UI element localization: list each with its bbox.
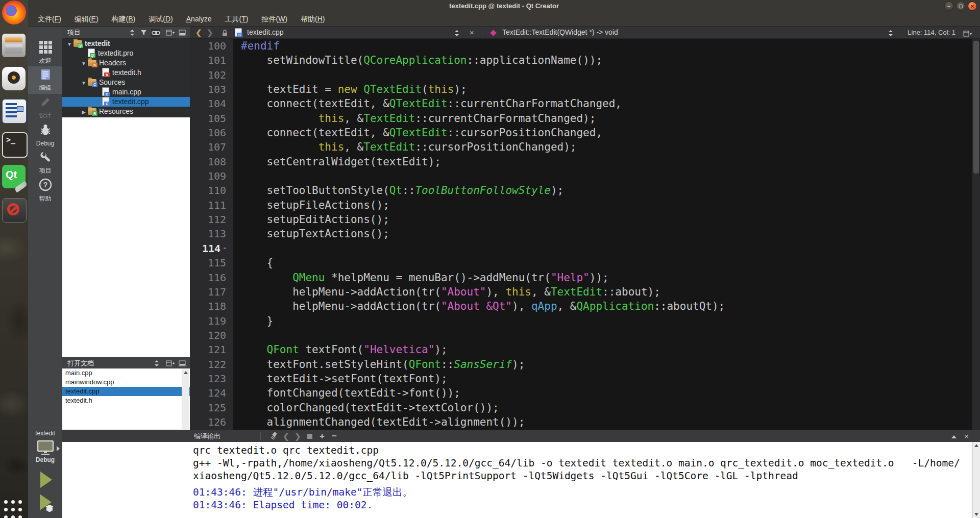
output-line: g++ -Wl,-rpath,/home/xiaosheng/Qt5.12.0/… xyxy=(62,457,980,470)
tree-item-Sources[interactable]: ▼CSources xyxy=(62,78,190,87)
line-number: 122 xyxy=(190,357,233,372)
previous-item-icon[interactable]: ❮ xyxy=(283,430,289,442)
line-number: 117 xyxy=(190,285,233,299)
split-panel-icon[interactable] xyxy=(165,359,175,367)
kit-selector-monitor-icon[interactable] xyxy=(36,440,55,457)
code-line-117: helpMenu->addAction(tr("About"), this, &… xyxy=(233,285,972,299)
next-item-icon[interactable]: ❯ xyxy=(295,430,301,442)
split-panel-icon[interactable] xyxy=(165,29,175,37)
scroll-up-icon[interactable] xyxy=(184,371,188,374)
code-line-115: { xyxy=(233,256,972,270)
code-line-113: setupTextActions(); xyxy=(233,227,972,241)
stop-icon[interactable] xyxy=(307,434,312,439)
minimize-button[interactable]: − xyxy=(944,2,953,11)
project-tree-empty-area xyxy=(62,117,190,357)
expand-arrow-icon[interactable]: ▼ xyxy=(80,78,88,88)
scrollbar[interactable] xyxy=(972,442,980,518)
mode-item-label: 项目 xyxy=(39,166,52,175)
qt-creator-icon[interactable] xyxy=(2,165,26,188)
back-icon[interactable]: ❮ xyxy=(195,27,202,38)
kit-expand-arrow-icon[interactable] xyxy=(57,446,60,451)
open-document-textedit.cpp[interactable]: textedit.cpp xyxy=(62,387,190,396)
mode-item-bug[interactable]: Debug xyxy=(28,121,62,149)
open-file-name[interactable]: textedit.cpp xyxy=(247,27,284,38)
firefox-icon[interactable] xyxy=(2,1,26,24)
compile-output-body[interactable]: qrc_textedit.o qrc_textedit.cppg++ -Wl,-… xyxy=(62,442,980,518)
tree-item-textedit[interactable]: ▼Qttextedit xyxy=(62,39,190,48)
current-symbol[interactable]: TextEdit::TextEdit(QWidget *) -> void xyxy=(502,27,618,38)
run-button[interactable] xyxy=(37,470,54,492)
scroll-down-icon[interactable] xyxy=(974,513,978,516)
scrollbar[interactable] xyxy=(972,39,980,430)
code-editor[interactable]: 1001011021031041051061071081091101111121… xyxy=(190,39,980,430)
open-document-mainwindow.cpp[interactable]: mainwindow.cpp xyxy=(62,378,190,387)
collapse-arrow-icon[interactable]: ▶ xyxy=(80,107,88,117)
code-line-114 xyxy=(233,241,972,256)
menu-item-5[interactable]: 工具(T) xyxy=(218,12,255,26)
output-line xyxy=(62,482,980,486)
filter-icon[interactable] xyxy=(139,29,148,37)
menu-item-7[interactable]: 帮助(H) xyxy=(294,12,331,26)
tree-item-textedit.cpp[interactable]: Ctextedit.cpp xyxy=(62,97,190,107)
sort-icon[interactable] xyxy=(152,359,161,367)
tree-item-label: textedit xyxy=(85,39,110,47)
code-area[interactable]: #endif setWindowTitle(QCoreApplication::… xyxy=(233,39,972,430)
zoom-in-icon[interactable]: + xyxy=(320,430,325,442)
scroll-up-icon[interactable] xyxy=(974,444,978,447)
title-bar[interactable]: textedit.cpp @ textedit - Qt Creator − ▢… xyxy=(28,0,980,12)
mode-item-help[interactable]: ?帮助 xyxy=(28,177,62,204)
menu-item-3[interactable]: 调试(D) xyxy=(142,12,179,26)
maximize-pane-icon[interactable] xyxy=(951,435,957,438)
code-line-123: textEdit->setFont(textFont); xyxy=(233,372,972,386)
debug-run-button[interactable] xyxy=(36,492,55,515)
maximize-button[interactable]: ▢ xyxy=(956,2,965,11)
music-player-icon[interactable] xyxy=(2,67,26,90)
zoom-out-icon[interactable]: − xyxy=(332,430,337,442)
tree-item-label: Headers xyxy=(99,59,126,67)
blocked-app-icon[interactable] xyxy=(2,198,27,223)
menu-item-1[interactable]: 编辑(E) xyxy=(68,12,105,26)
open-document-textedit.h[interactable]: textedit.h xyxy=(62,396,190,405)
sync-with-editor-icon[interactable] xyxy=(151,29,160,37)
sort-icon[interactable] xyxy=(128,29,137,37)
menu-item-6[interactable]: 控件(W) xyxy=(255,12,294,26)
show-applications-icon[interactable] xyxy=(4,500,24,518)
line-number: 120 xyxy=(190,328,233,342)
close-panel-icon[interactable] xyxy=(178,359,187,367)
tree-item-textedit.h[interactable]: htextedit.h xyxy=(62,68,190,78)
divider xyxy=(31,428,59,428)
mode-item-grid[interactable]: 欢迎 xyxy=(28,39,62,66)
close-button[interactable]: × xyxy=(968,2,977,11)
menu-item-4[interactable]: Analyze xyxy=(180,12,218,26)
expand-arrow-icon[interactable]: ▼ xyxy=(65,39,74,49)
file-cabinet-icon[interactable] xyxy=(2,34,26,57)
line-number: 104 xyxy=(190,96,233,111)
terminal-icon[interactable] xyxy=(2,132,28,158)
forward-icon[interactable]: ❯ xyxy=(207,27,213,38)
close-document-icon[interactable]: × xyxy=(470,27,474,38)
mode-item-wrench[interactable]: 项目 xyxy=(28,149,62,177)
tree-item-main.cpp[interactable]: Cmain.cpp xyxy=(62,87,190,97)
tree-item-Headers[interactable]: ▼hHeaders xyxy=(62,58,190,68)
menu-item-2[interactable]: 构建(B) xyxy=(105,12,142,26)
mode-item-pencil[interactable]: 设计 xyxy=(28,94,62,121)
cpp-file-icon: C xyxy=(235,27,242,39)
tree-item-Resources[interactable]: ▶RResources xyxy=(62,107,190,116)
code-line-103: textEdit = new QTextEdit(this); xyxy=(233,82,972,96)
expand-arrow-icon[interactable]: ▼ xyxy=(80,59,88,68)
build-button[interactable] xyxy=(35,513,53,518)
close-pane-icon[interactable]: × xyxy=(964,430,969,442)
open-document-main.cpp[interactable]: main.cpp xyxy=(62,368,190,378)
scrollbar-thumb[interactable] xyxy=(973,41,979,174)
line-number: 112 xyxy=(190,212,233,227)
libreoffice-writer-icon[interactable] xyxy=(2,99,27,124)
compile-output-header: 编译输出 ❮ ❯ + − × xyxy=(62,430,980,442)
scrollbar[interactable] xyxy=(182,369,189,429)
mode-item-editdoc[interactable]: 编辑 xyxy=(28,66,62,94)
code-line-110: setToolButtonStyle(Qt::ToolButtonFollowS… xyxy=(233,183,972,198)
tree-item-textedit.pro[interactable]: Qttextedit.pro xyxy=(62,48,190,58)
close-panel-icon[interactable] xyxy=(178,29,187,37)
mode-item-label: 欢迎 xyxy=(39,57,52,65)
menu-item-0[interactable]: 文件(F) xyxy=(31,12,68,26)
code-line-111: setupFileActions(); xyxy=(233,198,972,212)
